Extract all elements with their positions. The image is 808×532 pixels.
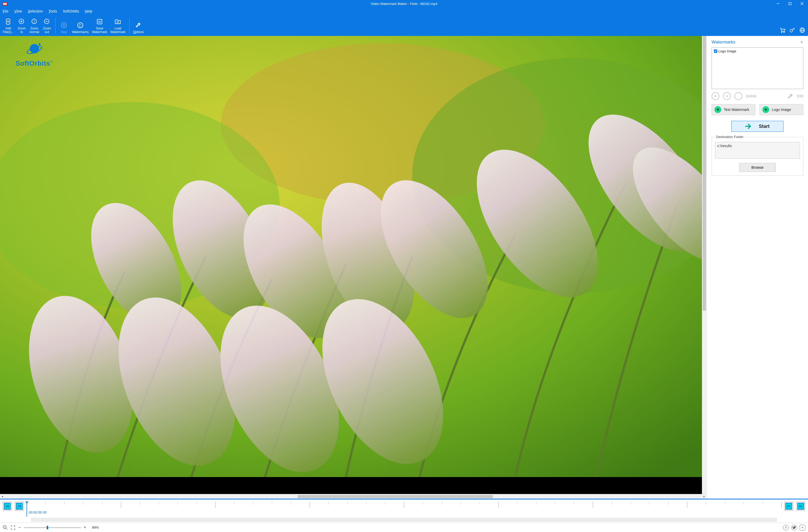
fit-screen-icon[interactable]: [11, 525, 16, 530]
menu-help[interactable]: Help: [85, 9, 92, 13]
svg-rect-1: [3, 3, 7, 5]
load-watermark-button[interactable]: W Load Watermark: [109, 16, 127, 35]
watermark-item[interactable]: Logo Image: [714, 49, 801, 53]
preview-vertical-scrollbar[interactable]: [702, 36, 706, 494]
remove-icon[interactable]: [734, 92, 742, 100]
close-button[interactable]: [796, 0, 808, 7]
titlebar: Video Watermark Maker - Field - 89182.mp…: [0, 0, 808, 7]
playhead[interactable]: [26, 501, 27, 517]
step-forward-button[interactable]: [784, 501, 793, 511]
rewind-start-button[interactable]: [3, 501, 12, 511]
timeline: 00:00:00 00: [0, 499, 808, 518]
watermark-item-checkbox[interactable]: [714, 50, 717, 53]
cart-icon[interactable]: [779, 27, 786, 33]
zoom-in-icon: [18, 17, 25, 26]
svg-point-23: [782, 32, 782, 33]
zoom-slider[interactable]: [24, 527, 81, 528]
move-up-icon[interactable]: [712, 92, 719, 100]
arrow-right-icon: [745, 124, 752, 129]
save-watermark-icon: W: [96, 17, 103, 26]
zoom-out-small-icon[interactable]: −: [18, 525, 21, 530]
svg-rect-3: [789, 3, 791, 5]
key-icon[interactable]: [789, 27, 795, 33]
watermarks-list[interactable]: Logo Image: [712, 48, 803, 89]
zoom-in-small-icon[interactable]: +: [84, 525, 87, 530]
destination-legend: Destination Folder: [714, 135, 745, 139]
svg-text:W: W: [98, 20, 101, 24]
move-down-icon[interactable]: [723, 92, 731, 100]
zoom-normal-icon: 1: [31, 17, 38, 26]
app-icon: [2, 1, 8, 6]
zoom-in-button[interactable]: Zoom in: [15, 16, 28, 35]
svg-line-51: [6, 528, 7, 530]
zoom-out-icon: [43, 17, 50, 26]
step-back-button[interactable]: [15, 501, 24, 511]
text-watermark-button[interactable]: + Text Watermark: [712, 104, 755, 115]
options-button[interactable]: Options: [132, 16, 145, 35]
forward-end-button[interactable]: [796, 501, 805, 511]
panel-close-icon[interactable]: ✕: [800, 40, 803, 44]
statusbar: 1 − + 89% f: [0, 522, 808, 532]
svg-text:1: 1: [33, 20, 35, 23]
video-preview[interactable]: SoftOrbits™: [0, 36, 706, 494]
svg-rect-48: [18, 505, 19, 508]
watermarks-panel: Watermarks ✕ Logo Image Delete Edit + Te…: [707, 36, 808, 499]
stop-icon: [60, 21, 67, 30]
zoom-actual-icon[interactable]: 1: [3, 525, 8, 530]
browse-button[interactable]: Browse: [739, 163, 776, 172]
wrench-icon[interactable]: [787, 93, 793, 99]
save-watermark-button[interactable]: W Save Watermark: [90, 16, 109, 35]
toolbar: Add File(s)... Zoom in 1 Zoom normal Zoo…: [0, 15, 808, 36]
globe-icon[interactable]: [799, 27, 805, 33]
watermark-item-label: Logo Image: [718, 49, 736, 53]
svg-point-24: [784, 32, 785, 33]
svg-text:C: C: [79, 23, 81, 27]
window-title: Video Watermark Maker - Field - 89182.mp…: [0, 2, 808, 6]
scroll-left-icon[interactable]: ◂: [0, 495, 5, 498]
zoom-out-button[interactable]: Zoom out: [41, 16, 53, 35]
toolbar-separator: [129, 18, 130, 33]
load-watermark-icon: W: [114, 17, 121, 26]
menu-softorbits[interactable]: SoftOrbits: [63, 9, 79, 13]
scroll-right-icon[interactable]: ▸: [702, 495, 706, 498]
twitter-icon[interactable]: [791, 525, 797, 530]
watermarks-icon: C: [77, 21, 84, 30]
start-button[interactable]: Start: [731, 121, 784, 132]
plus-icon: +: [763, 106, 769, 113]
svg-rect-17: [63, 24, 65, 26]
add-files-button[interactable]: Add File(s)...: [1, 16, 15, 35]
facebook-icon[interactable]: f: [783, 525, 789, 530]
edit-label: Edit: [797, 94, 803, 98]
menu-selection[interactable]: Selection: [28, 9, 43, 13]
zoom-normal-button[interactable]: 1 Zoom normal: [28, 16, 41, 35]
minimize-button[interactable]: [772, 0, 784, 7]
destination-input[interactable]: [715, 142, 800, 158]
maximize-button[interactable]: [784, 0, 796, 7]
add-file-icon: [5, 17, 12, 26]
stop-button: Stop: [58, 16, 70, 35]
timeline-ruler[interactable]: 00:00:00 00: [26, 501, 782, 517]
main-area: SoftOrbits™ ◂ ▸ Watermarks ✕ Logo Image: [0, 36, 808, 499]
delete-label: Delete: [746, 94, 756, 98]
destination-fieldset: Destination Folder Browse: [712, 137, 803, 176]
plus-icon: +: [714, 106, 721, 113]
panel-title: Watermarks: [712, 40, 735, 45]
timeline-scrollbar[interactable]: [0, 518, 808, 522]
watermarks-button[interactable]: C Watermarks: [70, 16, 90, 35]
preview-horizontal-scrollbar[interactable]: ◂ ▸: [0, 494, 706, 499]
menu-file[interactable]: File: [3, 9, 8, 13]
svg-rect-49: [789, 505, 790, 508]
svg-text:1: 1: [4, 526, 5, 528]
logo-image-button[interactable]: + Logo Image: [759, 104, 803, 115]
youtube-icon[interactable]: [800, 525, 805, 530]
toolbar-separator: [55, 18, 56, 33]
menubar: File View Selection Tools SoftOrbits Hel…: [0, 7, 808, 15]
zoom-percent: 89%: [92, 526, 99, 529]
menu-view[interactable]: View: [14, 9, 22, 13]
menu-tools[interactable]: Tools: [49, 9, 57, 13]
wrench-icon: [135, 21, 142, 30]
timecode: 00:00:00 00: [29, 510, 47, 514]
preview-pane: SoftOrbits™ ◂ ▸: [0, 36, 707, 499]
svg-text:W: W: [117, 21, 120, 24]
